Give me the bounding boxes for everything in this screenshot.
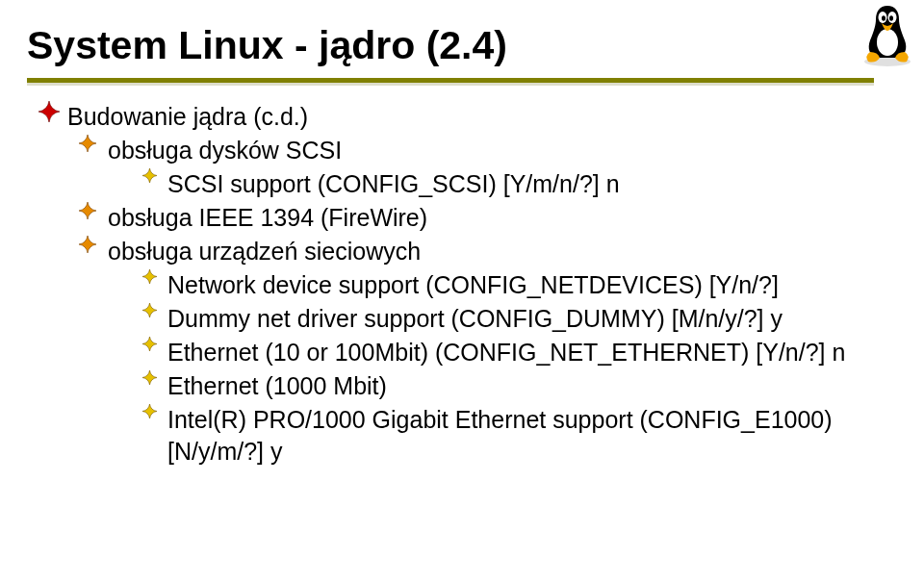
bullet-text: Ethernet (1000 Mbit) [167, 370, 924, 402]
bullet-row: Ethernet (1000 Mbit) [27, 370, 924, 402]
bullet-text: Network device support (CONFIG_NETDEVICE… [167, 269, 924, 301]
bullet-row: obsługa IEEE 1394 (FireWire) [27, 202, 924, 234]
star-bullet-icon [79, 236, 108, 253]
star-bullet-icon [142, 168, 167, 183]
bullet-row: obsługa dysków SCSI [27, 135, 924, 166]
bullet-text: Intel(R) PRO/1000 Gigabit Ethernet suppo… [167, 404, 924, 468]
star-bullet-icon [142, 404, 167, 418]
svg-point-4 [882, 15, 886, 21]
bullet-row: SCSI support (CONFIG_SCSI) [Y/m/n/?] n [27, 168, 924, 200]
svg-point-5 [889, 15, 893, 21]
page-title: System Linux - jądro (2.4) [0, 0, 924, 68]
star-bullet-icon [142, 337, 167, 351]
bullet-row: obsługa urządzeń sieciowych [27, 236, 924, 267]
star-bullet-icon [79, 202, 108, 219]
bullet-text: Budowanie jądra (c.d.) [67, 101, 924, 133]
bullet-row: Network device support (CONFIG_NETDEVICE… [27, 269, 924, 301]
bullet-text: obsługa IEEE 1394 (FireWire) [108, 202, 924, 234]
bullet-row: Dummy net driver support (CONFIG_DUMMY) … [27, 303, 924, 335]
star-bullet-icon [142, 370, 167, 385]
bullet-text: obsługa dysków SCSI [108, 135, 924, 166]
bullet-row: Intel(R) PRO/1000 Gigabit Ethernet suppo… [27, 404, 924, 468]
bullet-text: obsługa urządzeń sieciowych [108, 236, 924, 267]
svg-point-1 [877, 29, 898, 56]
title-rule [0, 68, 924, 86]
slide-content: Budowanie jądra (c.d.) obsługa dysków SC… [0, 86, 924, 468]
bullet-row: Budowanie jądra (c.d.) [27, 101, 924, 133]
tux-logo [859, 0, 916, 67]
bullet-text: SCSI support (CONFIG_SCSI) [Y/m/n/?] n [167, 168, 924, 200]
bullet-text: Dummy net driver support (CONFIG_DUMMY) … [167, 303, 924, 335]
star-bullet-icon [142, 303, 167, 317]
bullet-row: Ethernet (10 or 100Mbit) (CONFIG_NET_ETH… [27, 337, 924, 368]
bullet-text: Ethernet (10 or 100Mbit) (CONFIG_NET_ETH… [167, 337, 924, 368]
star-bullet-icon [142, 269, 167, 284]
star-bullet-icon [79, 135, 108, 152]
star-bullet-icon [38, 101, 67, 122]
